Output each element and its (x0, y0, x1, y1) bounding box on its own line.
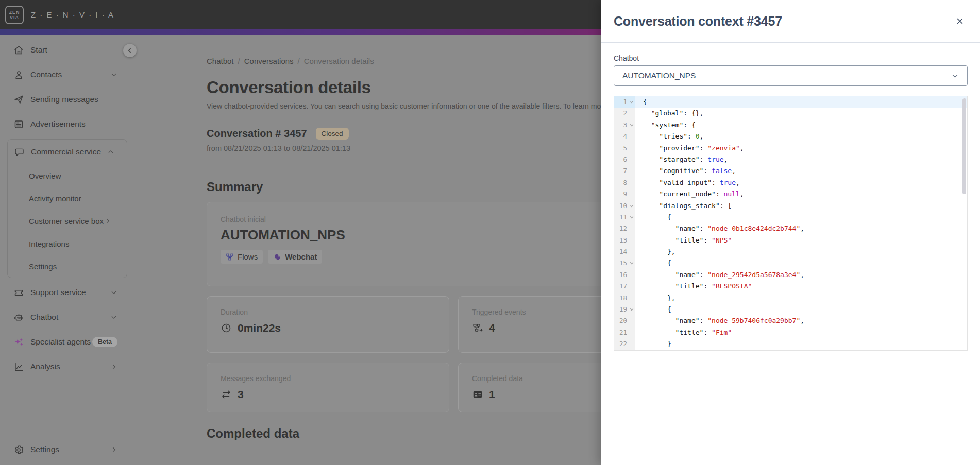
code-line: } (635, 338, 967, 350)
logo-text-bottom: VIA (10, 15, 19, 20)
gear-icon (13, 444, 24, 455)
sidebar-item-customer-service-box[interactable]: Customer service box (8, 210, 127, 232)
code-line: "title": "RESPOSTA" (635, 281, 967, 292)
chat-icon (13, 146, 25, 158)
chart-icon (13, 361, 24, 372)
fold-toggle-icon[interactable] (630, 123, 634, 127)
editor-line: 21 "title": "Fim" (614, 327, 967, 338)
fold-toggle-icon[interactable] (630, 204, 634, 208)
line-number: 10 (614, 200, 635, 212)
sidebar-item-activity-monitor[interactable]: Activity monitor (8, 187, 127, 210)
sidebar-item-label: Overview (29, 171, 61, 180)
sidebar-item-advertisements[interactable]: Advertisements (0, 112, 130, 136)
code-line: "tries": 0, (635, 131, 967, 142)
editor-line: 3 "system": { (614, 119, 967, 131)
code-line: "stargate": true, (635, 154, 967, 165)
fold-toggle-icon[interactable] (630, 215, 634, 219)
sidebar-item-chatbot[interactable]: Chatbot (0, 305, 130, 330)
editor-line: 1{ (614, 96, 967, 108)
line-number: 5 (614, 143, 635, 154)
code-line: "valid_input": true, (635, 177, 967, 188)
code-line: "name": "node_0b1c8e424dc2b744", (635, 223, 967, 234)
flow-icon (226, 253, 234, 261)
code-line: { (635, 304, 967, 315)
tag-flows: Flows (221, 250, 263, 264)
line-number: 12 (614, 223, 635, 234)
news-icon (13, 118, 24, 130)
line-number: 4 (614, 131, 635, 142)
sidebar-item-analysis[interactable]: Analysis (0, 354, 130, 379)
sidebar-item-settings[interactable]: Settings (0, 434, 130, 465)
fold-toggle-icon[interactable] (630, 100, 634, 104)
webchat-icon (273, 253, 281, 261)
stat-card-duration: Duration0min22s (207, 296, 449, 353)
stat-value: 3 (238, 388, 244, 401)
sidebar-item-label: Integrations (29, 239, 69, 248)
chevron-down-icon (110, 289, 117, 296)
fold-toggle-icon[interactable] (630, 307, 634, 312)
code-line: "name": "node_59b7406fc0a29bb7", (635, 315, 967, 326)
chevron-right-icon (110, 446, 117, 453)
stat-value: 4 (489, 322, 495, 334)
sidebar-item-sending-messages[interactable]: Sending messages (0, 87, 130, 112)
person-icon (13, 69, 24, 80)
sidebar-item-integrations[interactable]: Integrations (8, 232, 127, 255)
sidebar-item-label: Chatbot (30, 313, 58, 322)
chevron-down-icon (951, 72, 959, 80)
editor-line: 16 "name": "node_29542d5a5678a3e4", (614, 269, 967, 281)
line-number: 7 (614, 165, 635, 177)
clock-icon (221, 322, 232, 334)
editor-scrollbar[interactable] (962, 98, 966, 194)
chevron-right-icon (104, 217, 111, 225)
sidebar-item-commercial-service[interactable]: Commercial service (8, 140, 127, 164)
line-number: 9 (614, 188, 635, 200)
sidebar-item-support-service[interactable]: Support service (0, 280, 130, 305)
sidebar-item-label: Specialist agents (30, 337, 91, 347)
close-button[interactable] (952, 13, 968, 29)
brand-wordmark: Z · E · N · V · I · A (31, 10, 114, 19)
breadcrumb-item-conversations[interactable]: Conversations (244, 57, 294, 65)
sidebar-item-contacts[interactable]: Contacts (0, 62, 130, 87)
json-editor[interactable]: 1{2 "global": {},3 "system": {4 "tries":… (614, 96, 968, 351)
line-number: 22 (614, 338, 635, 350)
editor-line: 8 "valid_input": true, (614, 177, 967, 188)
breadcrumb-item-conversation-details: Conversation details (304, 57, 374, 65)
line-number: 18 (614, 292, 635, 304)
stat-value: 1 (489, 388, 495, 401)
chatbot-select[interactable]: AUTOMATION_NPS (614, 65, 968, 86)
line-number: 20 (614, 315, 635, 326)
sidebar-item-label: Commercial service (31, 147, 101, 157)
code-line: { (635, 257, 967, 269)
editor-line: 15 { (614, 257, 967, 269)
sidebar-item-label: Sending messages (30, 95, 98, 104)
sidebar-item-settings[interactable]: Settings (8, 255, 127, 278)
editor-line: 10 "dialogs_stack": [ (614, 200, 967, 212)
code-line: }, (635, 246, 967, 257)
line-number: 16 (614, 269, 635, 281)
sidebar-collapse-button[interactable] (123, 44, 137, 57)
editor-line: 13 "title": "NPS" (614, 235, 967, 246)
line-number: 15 (614, 257, 635, 269)
conversation-heading: Conversation # 3457 (207, 128, 307, 140)
sidebar-item-specialist-agents[interactable]: Specialist agentsBeta (0, 330, 130, 354)
stat-value-row: 3 (221, 388, 435, 401)
stat-card-messages-exchanged: Messages exchanged3 (207, 363, 449, 412)
code-line: "dialogs_stack": [ (635, 200, 967, 212)
sparkles-icon (13, 336, 24, 348)
events-icon (472, 322, 483, 334)
breadcrumb-item-chatbot[interactable]: Chatbot (207, 57, 234, 65)
sidebar-item-overview[interactable]: Overview (8, 164, 127, 187)
sidebar-item-start[interactable]: Start (0, 38, 130, 62)
line-number: 1 (614, 96, 635, 108)
editor-line: 6 "stargate": true, (614, 154, 967, 165)
editor-line: 11 { (614, 212, 967, 223)
close-icon (955, 16, 965, 26)
sidebar-item-label: Analysis (30, 362, 60, 371)
tag-label: Webchat (285, 252, 317, 261)
sidebar-item-label: Customer service box (29, 217, 104, 226)
idcard-icon (472, 389, 483, 400)
fold-toggle-icon[interactable] (630, 261, 634, 265)
line-number: 17 (614, 281, 635, 292)
line-number: 6 (614, 154, 635, 165)
code-line: { (635, 96, 967, 108)
